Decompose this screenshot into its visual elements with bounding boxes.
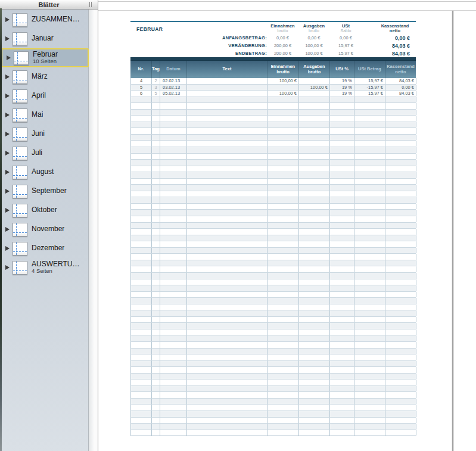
cell-einnahmen[interactable] xyxy=(267,160,299,166)
cell-text[interactable] xyxy=(187,160,267,166)
cell-ust-prozent[interactable] xyxy=(330,349,354,354)
cell-ust-prozent[interactable] xyxy=(330,185,354,191)
cell-datum[interactable] xyxy=(160,273,187,279)
cell-nr[interactable] xyxy=(131,392,152,398)
cell-ust-betrag[interactable] xyxy=(354,97,385,103)
cell-ust-prozent[interactable] xyxy=(330,386,354,392)
cell-einnahmen[interactable] xyxy=(267,216,299,222)
cell-einnahmen[interactable] xyxy=(267,141,299,147)
cell-text[interactable] xyxy=(187,361,267,367)
cell-text[interactable] xyxy=(187,411,267,417)
cell-ust-prozent[interactable] xyxy=(330,191,354,197)
cell-kassenstand[interactable] xyxy=(385,235,416,241)
cell-einnahmen[interactable] xyxy=(267,418,299,424)
cell-ust-prozent[interactable] xyxy=(330,103,354,109)
cell-nr[interactable] xyxy=(131,160,152,166)
sidebar-item-august[interactable]: August xyxy=(1,163,89,182)
cell-kassenstand[interactable]: 84,03 € xyxy=(385,78,416,84)
cell-tag[interactable]: 5 xyxy=(152,91,160,97)
cell-datum[interactable] xyxy=(160,386,187,392)
cell-einnahmen[interactable] xyxy=(267,116,299,122)
cell-nr[interactable] xyxy=(131,380,152,385)
cell-text[interactable] xyxy=(187,223,267,229)
cell-ust-prozent[interactable] xyxy=(330,235,354,241)
cell-datum[interactable] xyxy=(160,298,187,304)
cell-nr[interactable] xyxy=(131,248,152,254)
summary-cell[interactable]: 15,97 € xyxy=(329,43,362,48)
cell-tag[interactable] xyxy=(152,323,160,329)
cell-datum[interactable] xyxy=(160,329,187,335)
cell-einnahmen[interactable] xyxy=(267,285,299,291)
cell-ust-prozent[interactable] xyxy=(330,430,354,436)
cell-ust-prozent[interactable] xyxy=(330,317,354,323)
cell-ust-betrag[interactable] xyxy=(354,172,385,178)
cell-nr[interactable] xyxy=(131,310,152,316)
cell-ust-betrag[interactable] xyxy=(354,367,385,373)
cell-kassenstand[interactable] xyxy=(385,405,416,410)
cell-ust-betrag[interactable] xyxy=(354,380,385,385)
cell-kassenstand[interactable] xyxy=(385,386,416,392)
cell-text[interactable] xyxy=(187,386,267,392)
summary-cell[interactable]: 0,00 € xyxy=(298,35,329,41)
cell-ausgaben[interactable] xyxy=(299,166,330,172)
cell-ust-prozent[interactable] xyxy=(330,241,354,247)
cell-ausgaben[interactable] xyxy=(299,361,330,367)
cell-ust-betrag[interactable] xyxy=(354,103,385,109)
cell-ausgaben[interactable] xyxy=(299,97,330,103)
cell-tag[interactable] xyxy=(152,172,160,178)
cell-text[interactable] xyxy=(187,418,267,424)
cell-datum[interactable] xyxy=(160,160,187,166)
cell-ust-betrag[interactable] xyxy=(354,329,385,335)
cell-ust-betrag[interactable]: 15,97 € xyxy=(354,78,385,84)
cell-text[interactable] xyxy=(187,266,267,272)
cell-datum[interactable] xyxy=(160,374,187,380)
cell-kassenstand[interactable] xyxy=(385,223,416,229)
cell-einnahmen[interactable] xyxy=(267,260,299,266)
cell-datum[interactable] xyxy=(160,260,187,266)
cell-nr[interactable] xyxy=(131,185,152,191)
cell-nr[interactable] xyxy=(131,405,152,410)
cell-datum[interactable] xyxy=(160,317,187,323)
cell-text[interactable] xyxy=(187,216,267,222)
cell-tag[interactable] xyxy=(152,380,160,385)
header-cell[interactable]: USt % xyxy=(329,61,354,78)
cell-tag[interactable] xyxy=(152,418,160,424)
header-cell[interactable]: Datum xyxy=(160,61,186,78)
cell-einnahmen[interactable] xyxy=(267,128,299,134)
cell-ust-prozent[interactable] xyxy=(330,292,354,298)
cell-datum[interactable] xyxy=(160,430,187,436)
disclosure-triangle-icon[interactable] xyxy=(5,132,10,136)
cell-tag[interactable] xyxy=(152,223,160,229)
cell-ust-prozent[interactable] xyxy=(330,367,354,373)
cell-ust-betrag[interactable] xyxy=(354,349,385,354)
cell-kassenstand[interactable] xyxy=(385,160,416,166)
cell-nr[interactable] xyxy=(131,97,152,103)
cell-kassenstand[interactable] xyxy=(385,154,416,160)
cell-nr[interactable] xyxy=(131,204,152,210)
cell-tag[interactable] xyxy=(152,273,160,279)
cell-tag[interactable] xyxy=(152,147,160,153)
cell-kassenstand[interactable] xyxy=(385,273,416,279)
cell-text[interactable] xyxy=(187,392,267,398)
cell-einnahmen[interactable] xyxy=(267,335,299,341)
cell-ausgaben[interactable] xyxy=(299,110,330,116)
cell-tag[interactable] xyxy=(152,266,160,272)
cell-ust-betrag[interactable] xyxy=(354,399,385,405)
disclosure-triangle-icon[interactable] xyxy=(7,55,11,60)
cell-nr[interactable] xyxy=(131,342,152,348)
cell-datum[interactable] xyxy=(160,103,187,109)
cell-ust-betrag[interactable] xyxy=(354,273,385,279)
cell-tag[interactable] xyxy=(152,399,160,405)
cell-datum[interactable] xyxy=(160,110,187,116)
cell-kassenstand[interactable] xyxy=(385,135,416,141)
cell-datum[interactable]: 05.02.13 xyxy=(160,91,187,97)
cell-kassenstand[interactable] xyxy=(385,380,416,385)
cell-ust-prozent[interactable]: 19 % xyxy=(330,78,354,84)
cell-ust-prozent[interactable] xyxy=(330,279,354,285)
cell-text[interactable] xyxy=(187,229,267,235)
cell-kassenstand[interactable] xyxy=(385,216,416,222)
cell-nr[interactable] xyxy=(131,216,152,222)
cell-ust-betrag[interactable] xyxy=(354,335,385,341)
cell-kassenstand[interactable] xyxy=(385,166,416,172)
cell-ust-betrag[interactable] xyxy=(354,386,385,392)
